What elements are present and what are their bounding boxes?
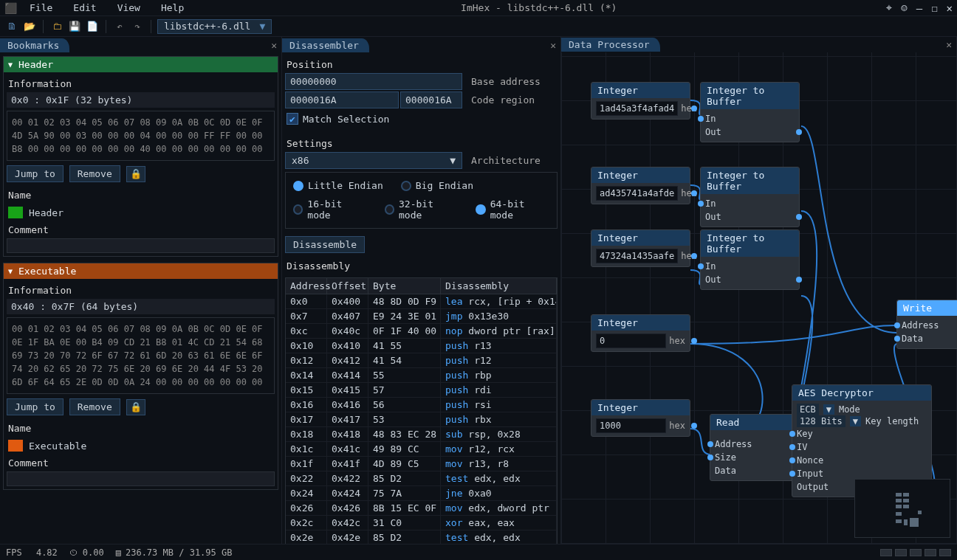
node-int-to-buffer-2[interactable]: Integer to Buffer In Out (700, 167, 800, 227)
node-integer-3[interactable]: Integer 47324a1435aafe hex (591, 229, 690, 267)
base-address-input[interactable]: 00000000 (285, 73, 462, 90)
menu-view[interactable]: View (110, 1, 148, 15)
bookmarks-panel: Bookmarks ✕ ▼ Header Information 0x0 : 0… (0, 37, 282, 544)
node-write[interactable]: Write Address Data (896, 300, 957, 349)
code-region-end-input[interactable]: 0000016A (400, 91, 462, 108)
architecture-desc: Architecture (464, 155, 541, 166)
node-value-input[interactable]: 1ad45a3f4afad4 (596, 101, 678, 116)
disasm-row[interactable]: 0x1c 0x41c 49 89 CC mov r12, rcx (286, 442, 557, 457)
status-widget[interactable] (939, 549, 951, 556)
bug-icon[interactable]: ⌖ (886, 1, 892, 14)
node-title: Integer to Buffer (701, 167, 799, 194)
node-minimap[interactable] (854, 479, 950, 538)
lock-button[interactable]: 🔒 (126, 166, 145, 182)
bookmarks-tab[interactable]: Bookmarks (0, 38, 69, 52)
disasm-row[interactable]: 0x24 0x424 75 7A jne 0xa0 (286, 486, 557, 501)
base-address-desc: Base address (464, 76, 541, 87)
disasm-row[interactable]: 0xc 0x40c 0F 1F 40 00 nop dword ptr [rax… (286, 324, 557, 339)
node-value-input[interactable]: 47324a1435aafe (596, 249, 678, 263)
data-processor-tab[interactable]: Data Processor (561, 38, 660, 52)
node-integer-1[interactable]: Integer 1ad45a3f4afad4 hex (591, 82, 690, 120)
node-integer-2[interactable]: Integer ad435741a4afde hex (591, 167, 690, 204)
folder-icon[interactable]: 🗀 (49, 19, 64, 34)
menu-help[interactable]: Help (154, 1, 191, 15)
radio-little-endian[interactable]: Little Endian (293, 180, 383, 191)
window-title: ImHex - libstdc++-6.dll (*) (197, 2, 880, 13)
radio-32bit[interactable]: 32-bit mode (385, 198, 459, 221)
disasm-row[interactable]: 0x1f 0x41f 4D 89 C5 mov r13, r8 (286, 457, 557, 471)
hex-dump: 00 01 02 03 04 05 06 07 08 09 0A 0B 0C 0… (7, 111, 275, 161)
disassembly-table: Address Offset Byte Disassembly 0x0 0x40… (285, 277, 558, 544)
disasm-row[interactable]: 0x2e 0x42e 85 D2 test edx, edx (286, 530, 557, 544)
jump-to-button[interactable]: Jump to (7, 165, 64, 182)
disasm-row[interactable]: 0x16 0x416 56 push rsi (286, 398, 557, 412)
match-selection-checkbox[interactable]: ✔ (287, 113, 298, 125)
col-offset[interactable]: Offset (327, 278, 368, 294)
comment-input[interactable] (7, 238, 275, 253)
disasm-row[interactable]: 0x0 0x400 48 8D 0D F9 0 lea rcx, [rip + … (286, 294, 557, 309)
node-value-input[interactable]: 1000 (596, 418, 666, 433)
undo-icon[interactable]: ↶ (112, 19, 127, 34)
bookmark-header[interactable]: ▼ Header (4, 57, 278, 72)
node-integer-5[interactable]: Integer 1000 hex (591, 399, 690, 437)
col-address[interactable]: Address (286, 278, 327, 294)
lock-button[interactable]: 🔒 (126, 399, 145, 415)
comment-input[interactable] (7, 471, 275, 486)
aes-keylen-dropdown[interactable]: ▼ (850, 416, 861, 426)
aes-mode-dropdown[interactable]: ▼ (823, 404, 834, 415)
disassembler-close-icon[interactable]: ✕ (546, 40, 560, 51)
color-swatch[interactable] (8, 440, 23, 452)
save-icon[interactable]: 💾 (67, 19, 82, 34)
architecture-dropdown[interactable]: x86 ▼ (285, 152, 462, 169)
bookmarks-close-icon[interactable]: ✕ (267, 40, 281, 51)
close-icon[interactable]: ✕ (947, 2, 953, 14)
bookmark-item: ▼ Header Information 0x0 : 0x1F (32 byte… (3, 56, 278, 257)
file-tab-dropdown[interactable]: libstdc++-6.dll ▼ (157, 19, 272, 34)
disasm-row[interactable]: 0x22 0x422 85 D2 test edx, edx (286, 471, 557, 486)
radio-16bit[interactable]: 16-bit mode (293, 198, 367, 221)
open-file-icon[interactable]: 📂 (22, 19, 37, 34)
node-int-to-buffer-1[interactable]: Integer to Buffer In Out (700, 82, 800, 142)
disasm-row[interactable]: 0x15 0x415 57 push rdi (286, 383, 557, 398)
disassemble-button[interactable]: Disassemble (285, 236, 365, 253)
remove-button[interactable]: Remove (69, 165, 120, 182)
info-label: Information (7, 282, 275, 299)
menu-edit[interactable]: Edit (66, 1, 103, 15)
redo-icon[interactable]: ↷ (130, 19, 145, 34)
status-widget[interactable] (895, 549, 907, 556)
node-integer-4[interactable]: Integer 0 hex (591, 314, 690, 352)
new-file-icon[interactable]: 🗎 (4, 19, 19, 34)
script-icon[interactable]: 📄 (85, 19, 100, 34)
color-swatch[interactable] (8, 207, 23, 218)
code-region-start-input[interactable]: 0000016A (285, 91, 399, 108)
remove-button[interactable]: Remove (69, 398, 120, 415)
node-value-input[interactable]: ad435741a4afde (596, 186, 678, 201)
status-widget[interactable] (925, 549, 936, 556)
disasm-row[interactable]: 0x12 0x412 41 54 push r12 (286, 353, 557, 368)
node-int-to-buffer-3[interactable]: Integer to Buffer In Out (700, 229, 800, 290)
radio-64bit[interactable]: 64-bit mode (476, 198, 549, 221)
disasm-row[interactable]: 0x10 0x410 41 55 push r13 (286, 339, 557, 353)
node-value-input[interactable]: 0 (596, 333, 666, 348)
jump-to-button[interactable]: Jump to (7, 398, 64, 415)
smiley-icon[interactable]: ☺ (901, 2, 907, 14)
disasm-row[interactable]: 0x17 0x417 53 push rbx (286, 412, 557, 427)
radio-big-endian[interactable]: Big Endian (401, 180, 473, 191)
maximize-icon[interactable]: ☐ (931, 2, 937, 14)
bookmark-header[interactable]: ▼ Executable (4, 263, 278, 279)
col-disassembly[interactable]: Disassembly (441, 278, 557, 294)
node-canvas[interactable]: Integer 1ad45a3f4afad4 hex Integer to Bu… (561, 52, 956, 544)
disasm-row[interactable]: 0x2c 0x42c 31 C0 xor eax, eax (286, 516, 557, 530)
disasm-row[interactable]: 0x14 0x414 55 push rbp (286, 368, 557, 383)
menu-file[interactable]: File (22, 1, 60, 15)
status-widget[interactable] (910, 549, 922, 556)
name-label: Name (7, 420, 275, 437)
status-widget[interactable] (880, 549, 892, 556)
disasm-row[interactable]: 0x7 0x407 E9 24 3E 01 0 jmp 0x13e30 (286, 309, 557, 324)
col-byte[interactable]: Byte (368, 278, 441, 294)
minimize-icon[interactable]: — (916, 2, 922, 14)
data-processor-close-icon[interactable]: ✕ (941, 39, 956, 50)
disasm-row[interactable]: 0x26 0x426 8B 15 EC 0F 1 mov edx, dword … (286, 501, 557, 516)
disasm-row[interactable]: 0x18 0x418 48 83 EC 28 sub rsp, 0x28 (286, 427, 557, 442)
disassembler-tab[interactable]: Disassembler (282, 38, 369, 52)
